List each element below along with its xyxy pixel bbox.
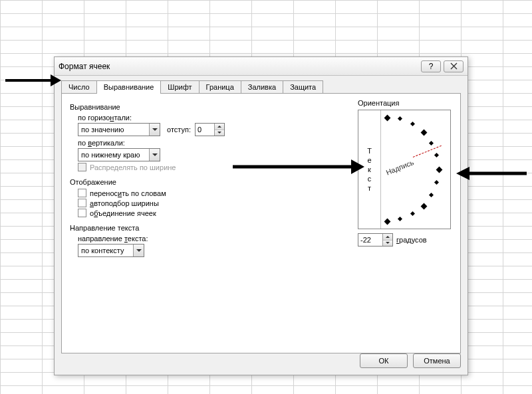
orientation-dot <box>429 192 434 197</box>
orientation-dot <box>410 122 414 126</box>
orientation-dot <box>410 211 414 216</box>
orientation-dot <box>384 114 390 121</box>
annotation-arrow-left <box>4 73 61 88</box>
tab-strip: Число Выравнивание Шрифт Граница Заливка… <box>55 76 467 93</box>
tab-font[interactable]: Шрифт <box>160 80 199 94</box>
tab-border[interactable]: Граница <box>199 80 241 94</box>
tab-alignment[interactable]: Выравнивание <box>96 80 162 94</box>
orientation-label-text: Надпись <box>385 158 415 177</box>
orientation-dot <box>398 217 402 221</box>
orientation-dot <box>420 203 427 209</box>
indent-label: отступ: <box>167 126 191 134</box>
horizontal-combo-value: по значению <box>78 126 149 134</box>
orientation-dot <box>420 130 427 136</box>
format-cells-dialog: Формат ячеек ? Число Выравнивание Шрифт … <box>54 56 468 375</box>
chevron-down-icon <box>149 124 160 136</box>
degrees-value: -22 <box>358 234 382 246</box>
orientation-dot <box>434 153 439 157</box>
spin-down-icon <box>383 241 392 246</box>
tab-fill[interactable]: Заливка <box>241 80 283 94</box>
close-icon <box>450 62 458 70</box>
textdir-value: по контексту <box>78 246 133 254</box>
textdir-combo[interactable]: по контексту <box>78 244 144 257</box>
cancel-button[interactable]: Отмена <box>413 353 461 368</box>
annotation-arrow-right <box>456 165 528 182</box>
indent-value: 0 <box>196 124 214 136</box>
orientation-dot <box>429 140 434 145</box>
vertical-combo-value: по нижнему краю <box>78 151 149 159</box>
svg-marker-4 <box>456 167 469 180</box>
chevron-down-icon <box>133 245 144 256</box>
horizontal-combo[interactable]: по значению <box>78 123 160 136</box>
spin-down-icon <box>215 130 224 136</box>
spin-up-icon <box>215 124 224 130</box>
titlebar: Формат ячеек ? <box>55 57 467 76</box>
orientation-dot <box>398 116 402 121</box>
orientation-dial[interactable]: Надпись <box>381 110 450 229</box>
tab-alignment-body: Выравнивание по горизонтали: по значению… <box>61 93 461 353</box>
vertical-combo[interactable]: по нижнему краю <box>78 148 160 161</box>
dialog-footer: ОК Отмена <box>360 353 461 368</box>
dialog-title: Формат ячеек <box>59 62 418 71</box>
tab-protection[interactable]: Защита <box>283 80 323 94</box>
spin-up-icon <box>383 234 392 241</box>
orientation-dot <box>384 218 390 225</box>
ok-button[interactable]: ОК <box>360 353 408 368</box>
orientation-dot <box>434 180 439 185</box>
orientation-dot <box>436 166 442 173</box>
indent-spinner[interactable]: 0 <box>195 123 225 136</box>
svg-marker-3 <box>351 159 364 174</box>
annotation-arrow-mid <box>231 157 364 176</box>
degrees-label: градусов <box>396 236 427 244</box>
tab-number[interactable]: Число <box>61 80 97 94</box>
section-orientation: Ориентация <box>358 99 451 107</box>
orientation-control: Т е к с т Надпись <box>358 110 451 229</box>
close-button[interactable] <box>444 60 464 72</box>
chevron-down-icon <box>149 149 160 161</box>
help-button[interactable]: ? <box>421 60 441 72</box>
orientation-panel: Ориентация Т е к с т Надпись -22 <box>358 99 451 246</box>
svg-marker-1 <box>51 74 61 86</box>
degrees-spinner[interactable]: -22 <box>358 233 393 246</box>
